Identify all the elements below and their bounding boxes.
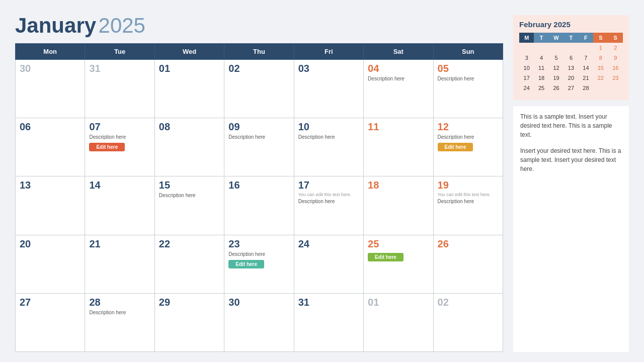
edit-button[interactable]: Edit here xyxy=(228,260,264,268)
main-title: January 2025 xyxy=(15,15,503,36)
calendar-day: 30 xyxy=(224,293,294,351)
weekday-header: Fri xyxy=(294,44,363,60)
calendar-day: 06 xyxy=(16,118,85,176)
mini-day xyxy=(593,83,608,93)
day-number: 27 xyxy=(20,297,80,308)
mini-day: 24 xyxy=(519,83,534,93)
day-number: 21 xyxy=(89,238,150,250)
calendar-day: 13 xyxy=(16,176,85,235)
day-description: Description here xyxy=(228,251,289,257)
edit-button[interactable]: Edit here xyxy=(438,143,473,151)
day-description: Description here xyxy=(228,134,289,140)
mini-day: 7 xyxy=(579,53,593,63)
calendar-day: 02 xyxy=(433,293,503,351)
day-number: 18 xyxy=(368,179,429,191)
calendar-day: 21 xyxy=(85,235,154,293)
mini-day: 13 xyxy=(564,63,578,73)
calendar-day: 30 xyxy=(16,60,85,118)
calendar-day: 26 xyxy=(433,235,503,293)
weekday-header: Sat xyxy=(364,44,433,60)
mini-day: 16 xyxy=(608,63,623,73)
weekday-header: Wed xyxy=(154,44,224,60)
note-box: This is a sample text. Insert your desir… xyxy=(513,106,629,352)
mini-day xyxy=(519,43,534,53)
calendar-day: 02 xyxy=(224,60,294,118)
day-number: 01 xyxy=(159,63,220,74)
mini-day: 6 xyxy=(564,53,578,63)
mini-day xyxy=(564,43,578,53)
day-number: 03 xyxy=(298,63,359,74)
mini-day: 1 xyxy=(593,43,608,53)
calendar-day: 19You can edit this text here.Descriptio… xyxy=(433,176,503,235)
mini-day: 23 xyxy=(608,73,623,83)
day-number: 28 xyxy=(89,297,150,308)
day-description: Description here xyxy=(298,199,359,204)
calendar-day: 18 xyxy=(364,176,433,235)
calendar-day: 16 xyxy=(224,176,294,235)
mini-weekday: T xyxy=(564,33,578,43)
mini-day: 10 xyxy=(519,63,534,73)
calendar-day: 23Description hereEdit here xyxy=(224,235,294,293)
mini-day: 27 xyxy=(564,83,578,93)
mini-weekday: F xyxy=(579,33,593,43)
calendar-day: 04Description here xyxy=(364,60,433,118)
mini-weekday: M xyxy=(519,33,534,43)
month-label: January xyxy=(15,14,96,37)
mini-weekday: W xyxy=(549,33,564,43)
mini-day: 28 xyxy=(579,83,593,93)
mini-day: 20 xyxy=(564,73,578,83)
calendar-day: 11 xyxy=(364,118,433,176)
day-number: 13 xyxy=(20,179,80,191)
day-note: You can edit this text here. xyxy=(298,192,359,197)
note-text-1: This is a sample text. Insert your desir… xyxy=(520,112,622,139)
mini-day: 15 xyxy=(593,63,608,73)
day-description: Description here xyxy=(438,76,499,81)
mini-day: 9 xyxy=(608,53,623,63)
day-number: 10 xyxy=(298,121,359,133)
calendar-day: 31 xyxy=(294,293,363,351)
day-number: 15 xyxy=(159,179,220,191)
day-number: 02 xyxy=(438,297,499,308)
mini-day: 17 xyxy=(519,73,534,83)
calendar-day: 01 xyxy=(154,60,224,118)
day-description: Description here xyxy=(89,310,150,315)
mini-day: 11 xyxy=(534,63,548,73)
edit-button[interactable]: Edit here xyxy=(89,143,125,151)
day-number: 17 xyxy=(298,179,359,191)
mini-day: 5 xyxy=(549,53,564,63)
main-calendar: MonTueWedThuFriSatSun 303101020304Descri… xyxy=(15,43,503,352)
day-number: 30 xyxy=(228,297,289,308)
left-panel: January 2025 MonTueWedThuFriSatSun 30310… xyxy=(15,15,503,352)
calendar-day: 29 xyxy=(154,293,224,351)
day-number: 22 xyxy=(159,238,220,250)
mini-day: 25 xyxy=(534,83,548,93)
mini-day: 14 xyxy=(579,63,593,73)
mini-day: 3 xyxy=(519,53,534,63)
right-panel: February 2025 MTWTFSS 123456789101112131… xyxy=(513,15,629,352)
day-note: You can edit this text here. xyxy=(438,192,499,197)
day-number: 08 xyxy=(159,121,220,133)
mini-weekday: S xyxy=(593,33,608,43)
day-description: Description here xyxy=(438,134,499,140)
day-number: 25 xyxy=(368,238,429,250)
day-number: 07 xyxy=(89,121,150,133)
calendar-day: 03 xyxy=(294,60,363,118)
mini-day: 2 xyxy=(608,43,623,53)
day-number: 12 xyxy=(438,121,499,133)
mini-day xyxy=(608,83,623,93)
mini-day: 18 xyxy=(534,73,548,83)
mini-day xyxy=(549,43,564,53)
mini-day: 12 xyxy=(549,63,564,73)
day-description: Description here xyxy=(89,134,150,140)
mini-cal-title: February 2025 xyxy=(519,20,623,29)
mini-day xyxy=(534,43,548,53)
day-number: 11 xyxy=(368,121,429,133)
calendar-day: 31 xyxy=(85,60,154,118)
mini-day: 26 xyxy=(549,83,564,93)
mini-day xyxy=(579,43,593,53)
edit-button[interactable]: Edit here xyxy=(368,253,404,261)
slide: January 2025 MonTueWedThuFriSatSun 30310… xyxy=(0,0,644,362)
day-number: 31 xyxy=(89,63,150,74)
mini-weekday: T xyxy=(534,33,548,43)
day-number: 24 xyxy=(298,238,359,250)
